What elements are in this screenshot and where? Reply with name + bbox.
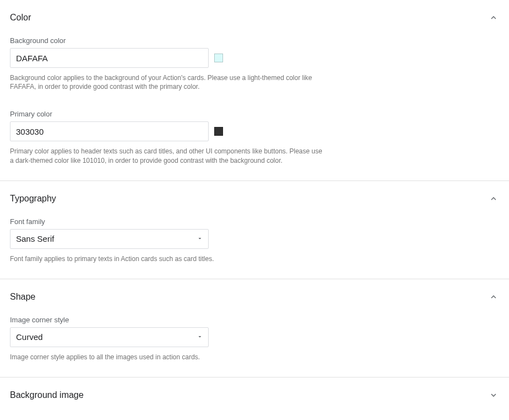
field-font-family: Font family Sans Serif Font family appli…: [10, 217, 499, 263]
label-background-color: Background color: [10, 36, 499, 45]
section-typography-title: Typography: [10, 194, 56, 204]
chevron-down-icon: [488, 390, 499, 401]
section-background-image: Background image: [0, 378, 509, 413]
input-primary-color[interactable]: [10, 121, 209, 141]
section-typography-header[interactable]: Typography: [10, 181, 499, 210]
help-font-family: Font family applies to primary texts in …: [10, 254, 326, 263]
field-primary-color: Primary color Primary color applies to h…: [10, 110, 499, 164]
section-typography: Typography Font family Sans Serif Font f…: [0, 181, 509, 279]
help-background-color: Background color applies to the backgrou…: [10, 73, 326, 91]
section-color: Color Background color Background color …: [0, 0, 509, 181]
section-shape-header[interactable]: Shape: [10, 279, 499, 308]
chevron-up-icon: [488, 12, 499, 23]
select-image-corner-style-value: Curved: [16, 332, 43, 342]
select-image-corner-style[interactable]: Curved: [10, 327, 209, 347]
swatch-background-color[interactable]: [214, 54, 223, 62]
select-font-family-value: Sans Serif: [16, 234, 54, 243]
label-primary-color: Primary color: [10, 110, 499, 118]
select-font-family[interactable]: Sans Serif: [10, 229, 209, 249]
field-image-corner-style: Image corner style Curved Image corner s…: [10, 316, 499, 361]
section-background-image-header[interactable]: Background image: [10, 378, 499, 406]
section-color-header[interactable]: Color: [10, 0, 499, 29]
input-background-color[interactable]: [10, 48, 209, 68]
section-shape: Shape Image corner style Curved Image co…: [0, 279, 509, 378]
label-font-family: Font family: [10, 217, 499, 226]
help-image-corner-style: Image corner style applies to all the im…: [10, 353, 326, 361]
section-shape-title: Shape: [10, 292, 35, 302]
field-background-color: Background color Background color applie…: [10, 36, 499, 91]
section-color-title: Color: [10, 13, 31, 23]
label-image-corner-style: Image corner style: [10, 316, 499, 324]
section-background-image-title: Background image: [10, 390, 83, 400]
swatch-primary-color[interactable]: [214, 127, 223, 136]
chevron-up-icon: [488, 291, 499, 302]
chevron-up-icon: [488, 193, 499, 204]
help-primary-color: Primary color applies to header texts su…: [10, 147, 326, 164]
